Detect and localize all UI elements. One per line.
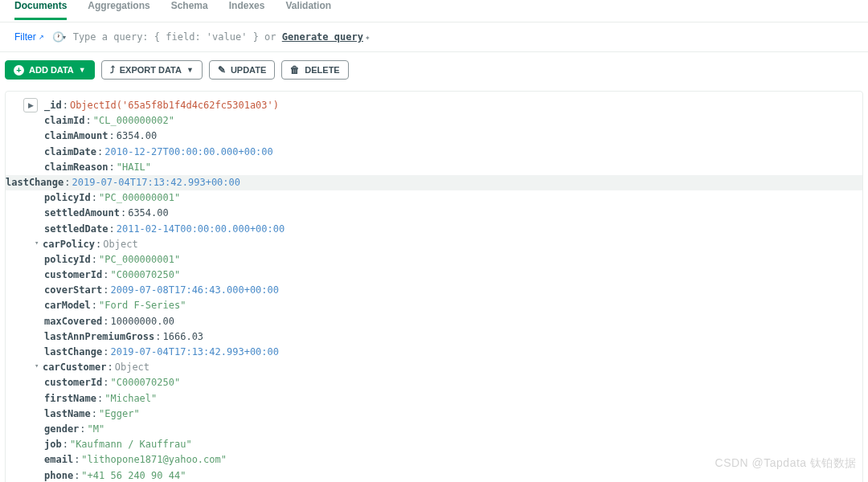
twisty-icon[interactable]: ▾ [35,360,43,375]
document-content: _id: ObjectId('65a5f8b1f4d4c62fc5301a03'… [20,98,854,482]
field-row[interactable]: claimAmount: 6354.00 [44,129,854,144]
tab-indexes[interactable]: Indexes [229,0,265,18]
field-row[interactable]: job: "Kaufmann / Kauffrau" [44,437,854,452]
delete-button[interactable]: 🗑DELETE [281,60,348,80]
tab-validation[interactable]: Validation [285,0,331,18]
caret-down-icon: ▼ [79,66,86,74]
field-row[interactable]: firstName: "Michael" [44,391,854,406]
document-card: ▶ _id: ObjectId('65a5f8b1f4d4c62fc5301a0… [5,91,863,482]
add-data-button[interactable]: +ADD DATA▼ [5,60,95,80]
field-row[interactable]: _id: ObjectId('65a5f8b1f4d4c62fc5301a03'… [44,98,854,113]
field-row[interactable]: claimId: "CL_000000002" [44,113,854,129]
generate-query-link[interactable]: Generate query [282,31,363,43]
field-row[interactable]: customerId: "C000070250" [44,268,854,283]
field-row[interactable]: claimReason: "HAIL" [44,160,854,175]
expand-document-button[interactable]: ▶ [23,98,38,112]
export-data-button[interactable]: ⤴EXPORT DATA▼ [101,60,203,80]
caret-down-icon: ▼ [186,66,194,74]
plus-icon: + [14,65,24,76]
field-row[interactable]: gender: "M" [44,422,854,437]
trash-icon: 🗑 [290,64,300,76]
action-bar: +ADD DATA▼ ⤴EXPORT DATA▼ ✎UPDATE 🗑DELETE [0,52,868,88]
field-row[interactable]: policyId: "PC_000000001" [44,190,854,206]
field-row[interactable]: lastAnnPremiumGross: 1666.03 [44,329,854,345]
field-row[interactable]: ▾carCustomer: Object [44,360,854,375]
field-row[interactable]: claimDate: 2010-12-27T00:00:00.000+00:00 [44,145,854,160]
field-row[interactable]: lastChange: 2019-07-04T17:13:42.993+00:0… [6,175,862,190]
query-input[interactable]: Type a query: { field: 'value' } or Gene… [73,31,854,43]
filter-link[interactable]: Filter↗ [14,31,44,43]
export-icon: ⤴ [110,64,115,76]
field-row[interactable]: lastName: "Egger" [44,406,854,422]
field-row[interactable]: ▾carPolicy: Object [44,237,854,252]
history-icon[interactable]: 🕐 ▾ [52,31,65,43]
field-row[interactable]: carModel: "Ford F-Series" [44,298,854,313]
pencil-icon: ✎ [218,64,226,76]
field-row[interactable]: maxCovered: 10000000.00 [44,314,854,329]
field-row[interactable]: settledAmount: 6354.00 [44,206,854,221]
tab-aggregations[interactable]: Aggregations [88,0,149,18]
update-button[interactable]: ✎UPDATE [209,60,275,80]
external-icon: ↗ [39,34,44,41]
field-row[interactable]: coverStart: 2009-07-08T17:46:43.000+00:0… [44,283,854,298]
field-row[interactable]: policyId: "PC_000000001" [44,252,854,268]
tab-bar: DocumentsAggregationsSchemaIndexesValida… [0,0,868,22]
query-bar: Filter↗ 🕐 ▾ Type a query: { field: 'valu… [0,22,868,52]
watermark: CSDN @Tapdata 钛铂数据 [715,456,857,471]
tab-schema[interactable]: Schema [171,0,208,18]
field-row[interactable]: lastChange: 2019-07-04T17:13:42.993+00:0… [44,345,854,360]
sparkle-icon: ✦ [365,32,371,43]
tab-documents[interactable]: Documents [14,0,67,20]
twisty-icon[interactable]: ▾ [35,237,43,252]
field-row[interactable]: settledDate: 2011-02-14T00:00:00.000+00:… [44,222,854,237]
field-row[interactable]: customerId: "C000070250" [44,375,854,390]
